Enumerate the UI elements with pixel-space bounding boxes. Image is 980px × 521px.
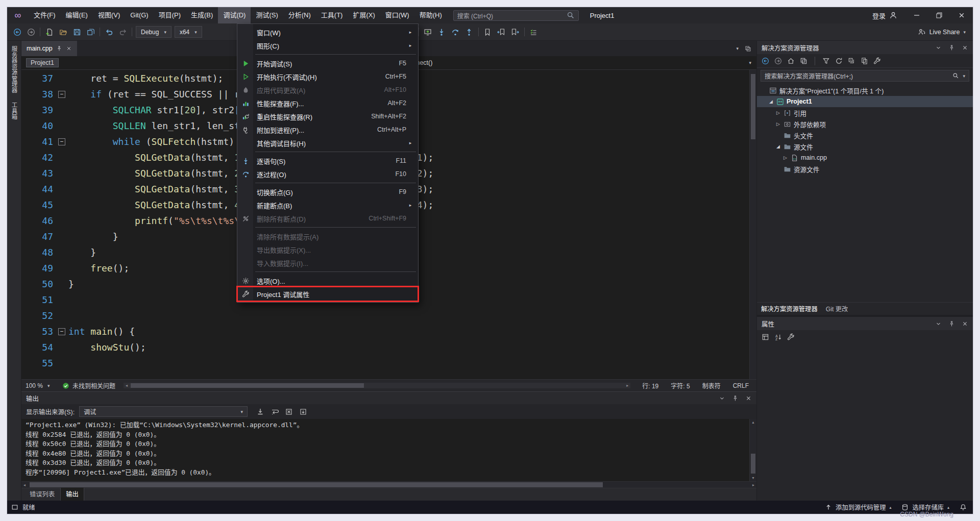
breakpoint-margin[interactable] xyxy=(21,260,32,276)
menu-item[interactable]: 图形(C)▸ xyxy=(238,39,418,52)
bottom-panel-tab[interactable]: 输出 xyxy=(61,488,84,501)
output-body[interactable]: “Project1.exe” (Win32): 已加载“C:\Windows\S… xyxy=(21,419,756,481)
refresh-icon[interactable] xyxy=(835,57,843,65)
tree-item[interactable]: ▷引用 xyxy=(757,107,973,118)
menu-item[interactable]: 重启性能探查器(R)Shift+Alt+F2 xyxy=(238,110,418,123)
panel-tab[interactable]: Git 更改 xyxy=(826,304,848,313)
minimize-button[interactable] xyxy=(905,7,928,23)
open-folder-icon[interactable] xyxy=(56,26,70,39)
menu-item[interactable]: 其他调试目标(H)▸ xyxy=(238,136,418,150)
breakpoint-margin[interactable] xyxy=(21,70,32,86)
panel-tab[interactable]: 解决方案资源管理器 xyxy=(761,304,818,313)
menu-item[interactable]: 窗口(W)▸ xyxy=(238,26,418,39)
expanded-arrow-icon[interactable]: ◢ xyxy=(774,144,782,149)
breakpoint-margin[interactable] xyxy=(21,150,32,165)
menubar-item[interactable]: 扩展(X) xyxy=(348,7,380,23)
fold-collapse-icon[interactable]: − xyxy=(58,328,65,335)
code-line[interactable]: 52 xyxy=(21,308,749,324)
menu-item[interactable]: 清除所有数据提示(A) xyxy=(238,230,418,243)
tree-item[interactable]: ▷++main.cpp xyxy=(757,152,973,163)
scroll-right-icon[interactable]: ▸ xyxy=(624,383,630,388)
line-indicator[interactable]: 行: 19 xyxy=(639,381,662,390)
breakpoint-margin[interactable] xyxy=(21,118,32,134)
step-over-icon[interactable] xyxy=(449,26,462,39)
tree-item[interactable]: 资源文件 xyxy=(757,163,973,175)
side-tool-tab[interactable]: 服务器资源管理器 xyxy=(10,46,18,93)
breakpoint-margin[interactable] xyxy=(21,197,32,213)
nav-forward-icon[interactable] xyxy=(774,57,782,65)
status-bar-item[interactable]: 添加到源代码管理▴ xyxy=(825,503,891,512)
tabs-indicator[interactable]: 制表符 xyxy=(699,381,724,390)
quick-search-box[interactable]: 搜索 (Ctrl+Q) xyxy=(453,10,579,21)
close-icon[interactable] xyxy=(962,44,968,51)
properties-wrench-icon[interactable] xyxy=(873,57,881,65)
home-icon[interactable] xyxy=(787,57,795,65)
undo-icon[interactable] xyxy=(102,26,116,39)
fold-collapse-icon[interactable]: − xyxy=(58,91,65,98)
breakpoint-margin[interactable] xyxy=(21,244,32,260)
pin-icon[interactable] xyxy=(732,395,739,402)
breakpoint-margin[interactable] xyxy=(21,181,32,197)
menu-item[interactable]: 导入数据提示(I)... xyxy=(238,256,418,269)
wrap-lines-icon[interactable] xyxy=(271,408,279,416)
breakpoint-margin[interactable] xyxy=(21,355,32,371)
editor-vertical-scrollbar[interactable] xyxy=(749,70,756,379)
close-icon[interactable] xyxy=(66,45,72,52)
step-out-icon[interactable] xyxy=(462,26,476,39)
breakpoint-margin[interactable] xyxy=(21,292,32,308)
output-source-dropdown[interactable]: 调试 ▾ xyxy=(79,406,248,417)
pin-icon[interactable] xyxy=(56,45,62,52)
chevron-down-icon[interactable] xyxy=(935,44,942,51)
menubar-item[interactable]: 分析(N) xyxy=(283,7,316,23)
eol-indicator[interactable]: CRLF xyxy=(729,382,752,389)
redo-icon[interactable] xyxy=(116,26,130,39)
output-horizontal-scrollbar[interactable]: ◂ ▸ xyxy=(21,481,756,488)
breakpoint-margin[interactable] xyxy=(21,213,32,229)
breakpoint-margin[interactable] xyxy=(21,134,32,150)
code-line[interactable]: 53−int main() { xyxy=(21,324,749,339)
sign-in-button[interactable]: 登录 xyxy=(864,11,905,20)
menu-item[interactable]: 删除所有断点(D)Ctrl+Shift+F9 xyxy=(238,212,418,225)
pending-changes-icon[interactable] xyxy=(822,57,830,65)
tree-item[interactable]: 解决方案“Project1”(1 个项目/共 1 个) xyxy=(757,85,973,96)
menu-item[interactable]: 性能探查器(F)...Alt+F2 xyxy=(238,96,418,110)
tab-main-cpp[interactable]: main.cpp xyxy=(21,41,77,56)
menubar-item[interactable]: 文件(F) xyxy=(29,7,61,23)
step-into-icon[interactable] xyxy=(435,26,449,39)
code-line[interactable]: 55 xyxy=(21,355,749,371)
close-button[interactable] xyxy=(950,7,973,23)
task-list-icon[interactable] xyxy=(527,26,541,39)
menu-item[interactable]: 附加到进程(P)...Ctrl+Alt+P xyxy=(238,123,418,136)
menubar-item[interactable]: 工具(T) xyxy=(316,7,348,23)
nav-back-icon[interactable] xyxy=(762,57,769,65)
close-icon[interactable] xyxy=(962,320,968,327)
scrollbar-thumb[interactable] xyxy=(751,454,755,474)
pin-icon[interactable] xyxy=(948,320,955,327)
close-icon[interactable] xyxy=(745,395,752,402)
menu-item[interactable]: 逐过程(O)F10 xyxy=(238,167,418,181)
scroll-left-icon[interactable]: ◂ xyxy=(124,383,130,388)
menubar-item[interactable]: Git(G) xyxy=(125,7,153,23)
scroll-up-icon[interactable]: ▴ xyxy=(752,420,754,425)
show-all-files-icon[interactable] xyxy=(861,57,868,65)
breakpoint-margin[interactable] xyxy=(21,339,32,355)
configuration-dropdown[interactable]: Debug ▾ xyxy=(136,26,172,38)
member-scope-dropdown[interactable]: Connect() ▾ xyxy=(389,56,757,69)
bell-icon[interactable] xyxy=(960,504,967,511)
menubar-item[interactable]: 项目(P) xyxy=(154,7,186,23)
split-window-icon[interactable] xyxy=(745,45,751,52)
menubar-item[interactable]: 视图(V) xyxy=(93,7,125,23)
platform-dropdown[interactable]: x64 ▾ xyxy=(175,26,202,38)
live-share-button[interactable]: Live Share ▾ xyxy=(918,28,966,36)
editor-horizontal-scrollbar[interactable]: ◂ ▸ xyxy=(124,383,630,388)
menu-item[interactable]: 应用代码更改(A)Alt+F10 xyxy=(238,83,418,96)
autoscroll-icon[interactable] xyxy=(299,408,307,416)
side-tool-tab[interactable]: 工具箱 xyxy=(10,102,18,120)
breakpoint-margin[interactable] xyxy=(21,102,32,118)
char-indicator[interactable]: 字符: 5 xyxy=(667,381,693,390)
menu-item[interactable]: 导出数据提示(X)... xyxy=(238,243,418,256)
jump-to-output-icon[interactable] xyxy=(256,408,264,416)
tree-item[interactable]: ▷外部依赖项 xyxy=(757,118,973,130)
scroll-right-icon[interactable]: ▸ xyxy=(750,482,756,488)
menubar-item[interactable]: 帮助(H) xyxy=(414,7,447,23)
